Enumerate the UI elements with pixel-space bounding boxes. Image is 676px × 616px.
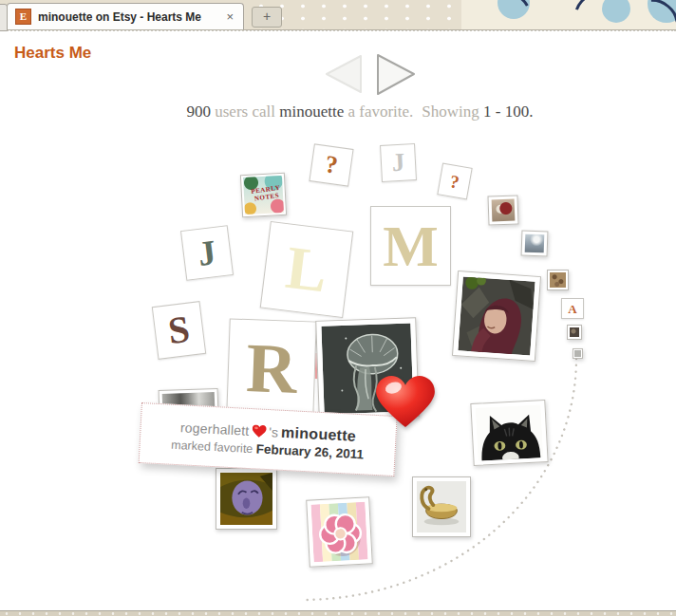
etsy-favicon-icon: E (15, 9, 31, 25)
page-title: Hearts Me (14, 44, 91, 63)
browser-window: Hearts Me 900 users call minouette a fav… (0, 0, 676, 616)
collage-card-pearly-notes[interactable]: PEARLY NOTES (240, 173, 287, 217)
collage-card-j-light[interactable]: J (380, 143, 417, 182)
favorites-caption: 900 users call minouette a favorite.Show… (22, 103, 676, 121)
showing-range: 1 - 100. (483, 103, 533, 121)
collage-card-m[interactable]: M (370, 206, 451, 286)
favoriting-user[interactable]: rogerhallett (180, 420, 250, 439)
collage-photo-sepia[interactable] (547, 270, 569, 290)
tab-close-icon[interactable]: × (224, 9, 235, 24)
prev-page-arrow[interactable] (320, 53, 364, 95)
collage-photo-woman[interactable] (452, 271, 541, 362)
desktop-wallpaper: E minouette on Etsy - Hearts Me × + (0, 0, 676, 30)
tiny-image-1 (570, 327, 579, 337)
browser-tab[interactable]: E minouette on Etsy - Hearts Me × (7, 3, 244, 29)
collage-card-anon-1[interactable]: ? (309, 143, 353, 186)
collage-card-l[interactable]: L (260, 221, 354, 318)
sepia-image (550, 272, 566, 288)
kitten-image (476, 404, 544, 461)
collage-card-j-dark[interactable]: J (180, 225, 234, 281)
heart-icon (252, 424, 267, 439)
favorites-count: 900 (186, 103, 211, 121)
favorited-shop: minouette (281, 423, 357, 444)
collage-photo-figures[interactable] (487, 195, 518, 225)
purple-face-image (220, 473, 272, 525)
collage-photo-flower[interactable] (306, 496, 373, 567)
favorite-date: February 26, 2011 (255, 441, 364, 461)
collage-card-s[interactable]: S (152, 301, 206, 360)
woman-portrait-image (458, 276, 535, 355)
pearly-notes-image: PEARLY NOTES (243, 176, 284, 215)
collage-photo-kitten[interactable] (470, 400, 548, 466)
big-heart-icon (376, 376, 435, 429)
swan-bowl-image (417, 481, 466, 532)
figures-image (492, 199, 516, 222)
new-tab-button[interactable]: + (252, 7, 282, 28)
collage-photo-swan-bowl[interactable] (412, 476, 471, 537)
collage-photo-purple-face[interactable] (216, 468, 277, 530)
collage-photo-tiny-2[interactable] (573, 348, 583, 359)
collage-card-anon-2[interactable]: ? (437, 162, 472, 199)
collage-card-r[interactable]: R (226, 318, 317, 418)
tiny-image-2 (574, 350, 581, 357)
tab-title: minouette on Etsy - Hearts Me (38, 10, 217, 24)
collage-card-a[interactable]: A (561, 298, 584, 319)
next-page-arrow[interactable] (374, 52, 418, 97)
collage-photo-sky[interactable] (521, 231, 549, 257)
wallpaper-bottom-strip (0, 610, 676, 616)
collage-photo-tiny-1[interactable] (567, 325, 582, 340)
flower-image (310, 502, 367, 563)
sky-image (525, 234, 545, 253)
wallpaper-floral-pattern (461, 0, 676, 29)
shop-username: minouette (279, 103, 344, 121)
